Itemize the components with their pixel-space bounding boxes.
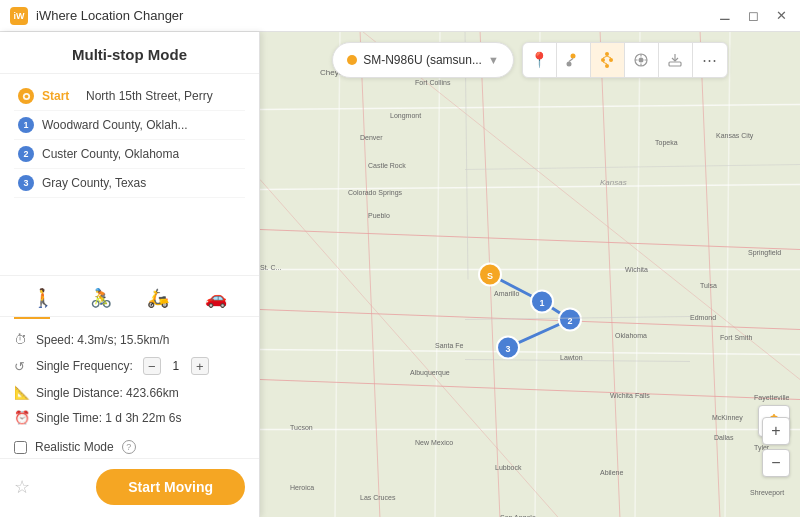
- frequency-control: − 1 +: [143, 357, 209, 375]
- svg-text:McKinney: McKinney: [712, 414, 743, 422]
- distance-label: Single Distance: 423.66km: [36, 386, 179, 400]
- bottom-actions: ☆ Start Moving: [0, 458, 259, 517]
- svg-text:Fayetteville: Fayetteville: [754, 394, 790, 402]
- favorite-button[interactable]: ☆: [14, 476, 30, 498]
- start-moving-button[interactable]: Start Moving: [96, 469, 245, 505]
- svg-text:Abilene: Abilene: [600, 469, 623, 476]
- stop-dot-start: [18, 88, 34, 104]
- svg-text:Pueblo: Pueblo: [368, 212, 390, 219]
- svg-line-79: [603, 62, 607, 64]
- svg-text:Tulsa: Tulsa: [700, 282, 717, 289]
- svg-point-82: [639, 58, 644, 63]
- zoom-in-btn[interactable]: +: [762, 417, 790, 445]
- frequency-increase-btn[interactable]: +: [191, 357, 209, 375]
- app-title: iWhere Location Changer: [36, 8, 183, 23]
- svg-text:2: 2: [567, 316, 572, 326]
- svg-rect-87: [669, 62, 681, 66]
- svg-line-78: [603, 56, 607, 58]
- svg-point-74: [605, 52, 609, 56]
- stop-label-start: Start: [42, 89, 78, 103]
- window-controls: ⚊ ◻ ✕: [714, 5, 792, 27]
- svg-text:Tucson: Tucson: [290, 424, 313, 431]
- left-panel: Multi-stop Mode Start North 15th Street,…: [0, 32, 260, 517]
- svg-text:St. C...: St. C...: [260, 264, 281, 271]
- realistic-mode-row: Realistic Mode ?: [0, 436, 259, 458]
- svg-text:Denver: Denver: [360, 134, 383, 141]
- distance-icon: 📐: [14, 385, 30, 400]
- svg-text:Colorado Springs: Colorado Springs: [348, 189, 403, 197]
- svg-text:S: S: [487, 271, 493, 281]
- minimize-button[interactable]: ⚊: [714, 5, 736, 27]
- svg-text:Dallas: Dallas: [714, 434, 734, 441]
- svg-text:Santa Fe: Santa Fe: [435, 342, 464, 349]
- svg-text:3: 3: [505, 344, 510, 354]
- map-background: Cheyenne Fort Collins Longmont Denver Ca…: [260, 32, 800, 517]
- transport-active-indicator: [14, 317, 50, 319]
- svg-text:Longmont: Longmont: [390, 112, 421, 120]
- speed-label: Speed: 4.3m/s; 15.5km/h: [36, 333, 169, 347]
- car-mode-btn[interactable]: 🚗: [198, 284, 234, 312]
- export-tool-btn[interactable]: [659, 43, 693, 77]
- svg-text:Castle Rock: Castle Rock: [368, 162, 406, 169]
- pin-tool-btn[interactable]: 📍: [523, 43, 557, 77]
- svg-text:Lawton: Lawton: [560, 354, 583, 361]
- svg-text:Topeka: Topeka: [655, 139, 678, 147]
- svg-text:Amarillo: Amarillo: [494, 290, 519, 297]
- titlebar: iW iWhere Location Changer ⚊ ◻ ✕: [0, 0, 800, 32]
- svg-text:Edmond: Edmond: [690, 314, 716, 321]
- frequency-decrease-btn[interactable]: −: [143, 357, 161, 375]
- svg-text:Wichita Falls: Wichita Falls: [610, 392, 650, 399]
- map-tools: 📍 ⋯: [522, 42, 728, 78]
- device-badge[interactable]: SM-N986U (samsun... ▼: [332, 42, 514, 78]
- speed-icon: ⏱: [14, 332, 30, 347]
- svg-text:Las Cruces: Las Cruces: [360, 494, 396, 501]
- multi-stop-tool-btn[interactable]: [591, 43, 625, 77]
- stop-item-2[interactable]: 2 Custer County, Oklahoma: [14, 140, 245, 169]
- bike-mode-btn[interactable]: 🚴: [83, 284, 119, 312]
- svg-text:Shreveport: Shreveport: [750, 489, 784, 497]
- time-row: ⏰ Single Time: 1 d 3h 22m 6s: [14, 405, 245, 430]
- frequency-icon: ↺: [14, 359, 30, 374]
- frequency-value: 1: [169, 359, 183, 373]
- map-toolbar: SM-N986U (samsun... ▼ 📍 ⋯: [260, 42, 800, 78]
- svg-text:Oklahoma: Oklahoma: [615, 332, 647, 339]
- walk-mode-btn[interactable]: 🚶: [25, 284, 61, 312]
- scooter-mode-btn[interactable]: 🛵: [140, 284, 176, 312]
- stop-item-3[interactable]: 3 Gray County, Texas: [14, 169, 245, 198]
- time-label: Single Time: 1 d 3h 22m 6s: [36, 411, 181, 425]
- stop-name-start: North 15th Street, Perry: [86, 89, 213, 103]
- main-content: Multi-stop Mode Start North 15th Street,…: [0, 32, 800, 517]
- stop-dot-3: 3: [18, 175, 34, 191]
- frequency-label: Single Frequency:: [36, 359, 133, 373]
- svg-text:Heroica: Heroica: [290, 484, 314, 491]
- svg-point-71: [571, 54, 576, 59]
- stop-item-1[interactable]: 1 Woodward County, Oklah...: [14, 111, 245, 140]
- svg-point-77: [605, 64, 609, 68]
- svg-text:Springfield: Springfield: [748, 249, 781, 257]
- help-icon[interactable]: ?: [122, 440, 136, 454]
- svg-text:Kansas: Kansas: [600, 178, 627, 187]
- svg-text:San Angelo: San Angelo: [500, 514, 536, 518]
- stop-dot-1: 1: [18, 117, 34, 133]
- svg-text:New Mexico: New Mexico: [415, 439, 453, 446]
- app-icon: iW: [10, 7, 28, 25]
- one-stop-tool-btn[interactable]: [557, 43, 591, 77]
- zoom-controls: + −: [762, 417, 790, 477]
- stop-list: Start North 15th Street, Perry 1 Woodwar…: [0, 74, 259, 275]
- joystick-tool-btn[interactable]: [625, 43, 659, 77]
- zoom-out-btn[interactable]: −: [762, 449, 790, 477]
- info-section: ⏱ Speed: 4.3m/s; 15.5km/h ↺ Single Frequ…: [0, 321, 259, 436]
- maximize-button[interactable]: ◻: [742, 5, 764, 27]
- more-tool-btn[interactable]: ⋯: [693, 43, 727, 77]
- realistic-mode-checkbox[interactable]: [14, 441, 27, 454]
- map-area[interactable]: Cheyenne Fort Collins Longmont Denver Ca…: [260, 32, 800, 517]
- stop-item-start[interactable]: Start North 15th Street, Perry: [14, 82, 245, 111]
- close-button[interactable]: ✕: [770, 5, 792, 27]
- svg-point-72: [567, 62, 572, 67]
- stop-name-3: Gray County, Texas: [42, 176, 146, 190]
- speed-row: ⏱ Speed: 4.3m/s; 15.5km/h: [14, 327, 245, 352]
- svg-text:Albuquerque: Albuquerque: [410, 369, 450, 377]
- transport-row: 🚶 🚴 🛵 🚗: [0, 275, 259, 317]
- stop-dot-2: 2: [18, 146, 34, 162]
- frequency-row: ↺ Single Frequency: − 1 +: [14, 352, 245, 380]
